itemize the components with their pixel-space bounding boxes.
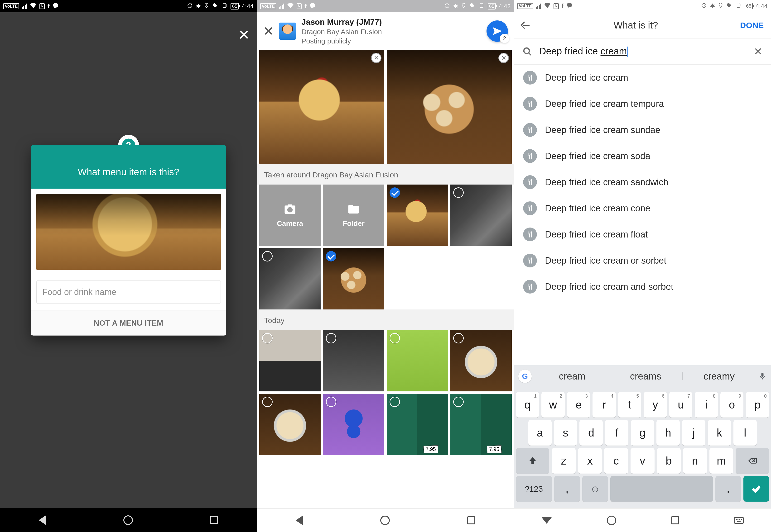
key-q[interactable]: q1 bbox=[516, 392, 539, 418]
close-button[interactable]: ✕ bbox=[238, 27, 250, 43]
key-m[interactable]: m bbox=[709, 448, 733, 474]
back-button[interactable] bbox=[521, 20, 532, 30]
avatar[interactable] bbox=[279, 23, 296, 40]
key-b[interactable]: b bbox=[657, 448, 681, 474]
google-icon[interactable]: G bbox=[518, 370, 532, 383]
key-e[interactable]: e3 bbox=[567, 392, 590, 418]
key-v[interactable]: v bbox=[631, 448, 655, 474]
emoji-key[interactable]: ☺ bbox=[582, 476, 608, 502]
comma-key[interactable]: , bbox=[554, 476, 580, 502]
selected-photo-1[interactable] bbox=[259, 50, 384, 164]
key-y[interactable]: y6 bbox=[644, 392, 667, 418]
select-ring[interactable] bbox=[390, 333, 400, 343]
shift-key[interactable] bbox=[516, 448, 550, 474]
search-input[interactable]: Deep fried ice cream bbox=[539, 46, 747, 57]
select-ring[interactable] bbox=[453, 187, 464, 198]
photo-thumb[interactable] bbox=[259, 394, 320, 455]
key-o[interactable]: o9 bbox=[720, 392, 744, 418]
remove-icon[interactable] bbox=[371, 53, 381, 63]
check-icon[interactable] bbox=[390, 187, 400, 198]
key-l[interactable]: l bbox=[733, 420, 757, 446]
suggestion-item[interactable]: Deep fried ice cream or sorbet bbox=[514, 247, 771, 274]
close-button[interactable]: ✕ bbox=[263, 25, 274, 38]
select-ring[interactable] bbox=[262, 397, 272, 407]
nav-recent[interactable] bbox=[467, 516, 475, 524]
backspace-key[interactable] bbox=[736, 448, 769, 474]
suggestion-item[interactable]: Deep fried ice cream float bbox=[514, 221, 771, 247]
key-i[interactable]: i8 bbox=[695, 392, 718, 418]
kb-suggestion[interactable]: creamy bbox=[682, 371, 756, 382]
key-u[interactable]: u7 bbox=[669, 392, 693, 418]
key-z[interactable]: z bbox=[552, 448, 576, 474]
suggestion-item[interactable]: Deep fried ice cream tempura bbox=[514, 91, 771, 117]
key-h[interactable]: h bbox=[656, 420, 680, 446]
key-r[interactable]: r4 bbox=[593, 392, 616, 418]
space-key[interactable] bbox=[610, 476, 713, 502]
select-ring[interactable] bbox=[262, 251, 272, 261]
key-j[interactable]: j bbox=[682, 420, 705, 446]
selected-photo-2[interactable] bbox=[387, 50, 512, 164]
key-w[interactable]: w2 bbox=[542, 392, 565, 418]
select-ring[interactable] bbox=[453, 333, 464, 343]
symbols-key[interactable]: ?123 bbox=[516, 476, 552, 502]
place-name[interactable]: Dragon Bay Asian Fusion bbox=[301, 27, 481, 36]
suggestion-item[interactable]: Deep fried ice cream cone bbox=[514, 195, 771, 221]
nav-recent[interactable] bbox=[210, 516, 218, 524]
photo-thumb[interactable] bbox=[323, 394, 384, 455]
suggestion-item[interactable]: Deep fried ice cream and sorbet bbox=[514, 274, 771, 300]
photo-thumb[interactable] bbox=[323, 248, 384, 309]
not-menu-item-button[interactable]: NOT A MENU ITEM bbox=[31, 310, 226, 336]
key-x[interactable]: x bbox=[578, 448, 602, 474]
send-button[interactable]: 2 bbox=[487, 20, 508, 42]
key-a[interactable]: a bbox=[528, 420, 552, 446]
kb-suggestion[interactable]: creams bbox=[609, 371, 682, 382]
suggestion-item[interactable]: Deep fried ice cream soda bbox=[514, 143, 771, 169]
camera-button[interactable]: Camera bbox=[259, 185, 320, 246]
key-f[interactable]: f bbox=[605, 420, 628, 446]
mic-icon[interactable] bbox=[758, 372, 767, 380]
key-p[interactable]: p0 bbox=[746, 392, 769, 418]
nav-back[interactable] bbox=[542, 517, 552, 524]
select-ring[interactable] bbox=[326, 397, 336, 407]
suggestion-item[interactable]: Deep fried ice cream sundae bbox=[514, 117, 771, 143]
check-icon[interactable] bbox=[326, 251, 336, 261]
posting-visibility[interactable]: Posting publicly bbox=[301, 36, 481, 46]
key-k[interactable]: k bbox=[708, 420, 731, 446]
nav-recent[interactable] bbox=[671, 516, 679, 524]
nav-home[interactable] bbox=[123, 515, 133, 525]
key-t[interactable]: t5 bbox=[618, 392, 642, 418]
photo-thumb[interactable] bbox=[259, 248, 320, 309]
key-c[interactable]: c bbox=[604, 448, 628, 474]
select-ring[interactable] bbox=[262, 333, 272, 343]
photo-thumb[interactable] bbox=[259, 330, 320, 391]
enter-key[interactable] bbox=[743, 476, 769, 502]
photo-thumb[interactable] bbox=[451, 185, 512, 246]
suggestion-item[interactable]: Deep fried ice cream sandwich bbox=[514, 169, 771, 195]
select-ring[interactable] bbox=[390, 397, 400, 407]
clear-input-button[interactable]: ✕ bbox=[754, 45, 762, 57]
photo-thumb[interactable] bbox=[451, 330, 512, 391]
select-ring[interactable] bbox=[453, 397, 464, 407]
nav-back[interactable] bbox=[39, 515, 46, 525]
photo-thumb[interactable]: 7.95 bbox=[387, 394, 448, 455]
keyboard-switch-icon[interactable] bbox=[734, 517, 744, 524]
key-n[interactable]: n bbox=[683, 448, 707, 474]
suggestion-item[interactable]: Deep fried ice cream bbox=[514, 65, 771, 91]
photo-thumb[interactable] bbox=[387, 330, 448, 391]
select-ring[interactable] bbox=[326, 333, 336, 343]
kb-suggestion[interactable]: cream bbox=[536, 371, 609, 382]
key-d[interactable]: d bbox=[580, 420, 603, 446]
key-g[interactable]: g bbox=[631, 420, 654, 446]
key-s[interactable]: s bbox=[554, 420, 577, 446]
nav-home[interactable] bbox=[380, 516, 390, 525]
food-name-input[interactable]: Food or drink name bbox=[36, 280, 221, 304]
remove-icon[interactable] bbox=[499, 53, 509, 63]
period-key[interactable]: . bbox=[715, 476, 741, 502]
nav-home[interactable] bbox=[607, 516, 616, 525]
done-button[interactable]: DONE bbox=[740, 21, 764, 30]
folder-button[interactable]: Folder bbox=[323, 185, 384, 246]
photo-thumb[interactable]: 7.95 bbox=[451, 394, 512, 455]
photo-thumb[interactable] bbox=[323, 330, 384, 391]
photo-thumb[interactable] bbox=[387, 185, 448, 246]
nav-back[interactable] bbox=[296, 516, 303, 525]
